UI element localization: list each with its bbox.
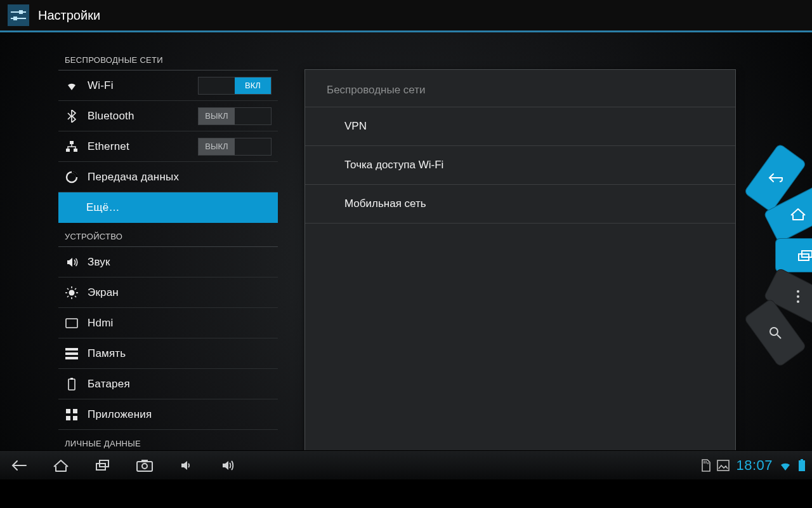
wifi-status-icon <box>779 460 792 471</box>
svg-rect-46 <box>801 459 803 461</box>
sound-icon <box>65 256 79 269</box>
svg-rect-4 <box>70 141 74 144</box>
display-icon <box>65 286 79 299</box>
svg-point-31 <box>797 290 799 293</box>
section-device: УСТРОЙСТВО <box>58 223 278 247</box>
detail-vpn[interactable]: VPN <box>305 107 735 146</box>
svg-rect-44 <box>717 460 729 471</box>
row-storage-label: Память <box>88 347 126 360</box>
svg-rect-26 <box>73 416 77 420</box>
detail-panel-header: Беспроводные сети <box>305 70 735 107</box>
svg-line-15 <box>75 288 76 290</box>
row-more-label: Ещё… <box>86 201 120 214</box>
detail-panel: Беспроводные сети VPN Точка доступа Wi-F… <box>304 69 736 479</box>
bluetooth-icon <box>65 110 79 123</box>
row-storage[interactable]: Память <box>58 338 278 369</box>
svg-point-32 <box>797 295 799 298</box>
detail-mobile[interactable]: Мобильная сеть <box>305 185 735 224</box>
svg-line-14 <box>75 296 76 297</box>
nav-screenshot-button[interactable] <box>132 453 157 478</box>
row-wifi[interactable]: Wi-Fi ВКЛ <box>58 70 278 101</box>
svg-rect-2 <box>19 10 23 14</box>
nav-home-button[interactable] <box>48 453 74 478</box>
row-apps-label: Приложения <box>88 408 152 421</box>
svg-rect-18 <box>65 348 78 351</box>
nav-volume-down-button[interactable] <box>174 453 199 478</box>
row-display-label: Экран <box>88 286 119 299</box>
svg-rect-21 <box>69 379 75 390</box>
svg-rect-3 <box>13 17 17 20</box>
sliders-icon <box>10 9 27 22</box>
system-bar: 18:07 <box>0 450 812 479</box>
workspace: БЕСПРОВОДНЫЕ СЕТИ Wi-Fi ВКЛ Bluetooth ВЫ… <box>0 32 812 479</box>
sd-card-icon <box>700 459 710 472</box>
battery-icon <box>65 378 79 391</box>
wifi-icon <box>65 79 79 92</box>
page-title: Настройки <box>38 8 100 23</box>
svg-rect-23 <box>66 409 70 413</box>
battery-status-icon <box>798 459 806 472</box>
nav-recents-button[interactable] <box>90 453 115 478</box>
apps-icon <box>65 408 79 421</box>
row-bluetooth[interactable]: Bluetooth ВЫКЛ <box>58 101 278 131</box>
svg-line-16 <box>67 296 69 297</box>
storage-icon <box>65 348 79 359</box>
svg-line-35 <box>777 335 781 338</box>
switch-bluetooth[interactable]: ВЫКЛ <box>198 107 272 125</box>
svg-rect-20 <box>65 357 78 359</box>
row-ethernet[interactable]: Ethernet ВЫКЛ <box>58 131 278 162</box>
svg-rect-19 <box>65 352 78 355</box>
switch-ethernet[interactable]: ВЫКЛ <box>198 138 272 156</box>
status-area[interactable]: 18:07 <box>700 457 806 474</box>
switch-wifi[interactable]: ВКЛ <box>198 77 272 95</box>
svg-rect-45 <box>799 460 805 471</box>
row-display[interactable]: Экран <box>58 277 278 308</box>
wedge-recents-button[interactable] <box>775 238 812 272</box>
row-ethernet-label: Ethernet <box>88 140 129 153</box>
row-data-usage[interactable]: Передача данных <box>58 162 278 192</box>
section-wireless: БЕСПРОВОДНЫЕ СЕТИ <box>58 46 278 70</box>
svg-rect-5 <box>66 149 70 152</box>
svg-rect-6 <box>74 149 77 152</box>
row-sound[interactable]: Звук <box>58 247 278 277</box>
data-usage-icon <box>65 171 79 184</box>
svg-point-33 <box>797 300 799 303</box>
nav-volume-up-button[interactable] <box>216 453 241 478</box>
action-bar: Настройки <box>0 0 812 30</box>
svg-rect-17 <box>66 319 77 328</box>
svg-rect-40 <box>141 460 148 462</box>
row-data-usage-label: Передача данных <box>88 171 179 184</box>
row-apps[interactable]: Приложения <box>58 399 278 430</box>
settings-icon <box>8 4 29 26</box>
hdmi-icon <box>65 318 79 328</box>
svg-point-34 <box>770 328 778 335</box>
svg-rect-24 <box>73 409 77 413</box>
row-bluetooth-label: Bluetooth <box>88 110 134 123</box>
detail-hotspot[interactable]: Точка доступа Wi-Fi <box>305 146 735 185</box>
ethernet-icon <box>65 141 79 152</box>
settings-sidebar: БЕСПРОВОДНЫЕ СЕТИ Wi-Fi ВКЛ Bluetooth ВЫ… <box>58 46 278 478</box>
svg-line-13 <box>67 288 69 290</box>
row-wifi-label: Wi-Fi <box>88 79 114 92</box>
row-more[interactable]: Ещё… <box>58 192 278 223</box>
row-battery[interactable]: Батарея <box>58 369 278 399</box>
system-nav <box>6 453 241 478</box>
row-hdmi[interactable]: Hdmi <box>58 308 278 338</box>
image-icon <box>717 460 730 471</box>
svg-rect-25 <box>66 416 70 420</box>
nav-back-button[interactable] <box>6 453 32 478</box>
clock: 18:07 <box>736 457 773 474</box>
svg-point-8 <box>69 290 75 295</box>
row-hdmi-label: Hdmi <box>88 317 113 330</box>
row-battery-label: Батарея <box>88 378 130 391</box>
svg-rect-22 <box>70 378 73 380</box>
row-sound-label: Звук <box>88 256 110 269</box>
